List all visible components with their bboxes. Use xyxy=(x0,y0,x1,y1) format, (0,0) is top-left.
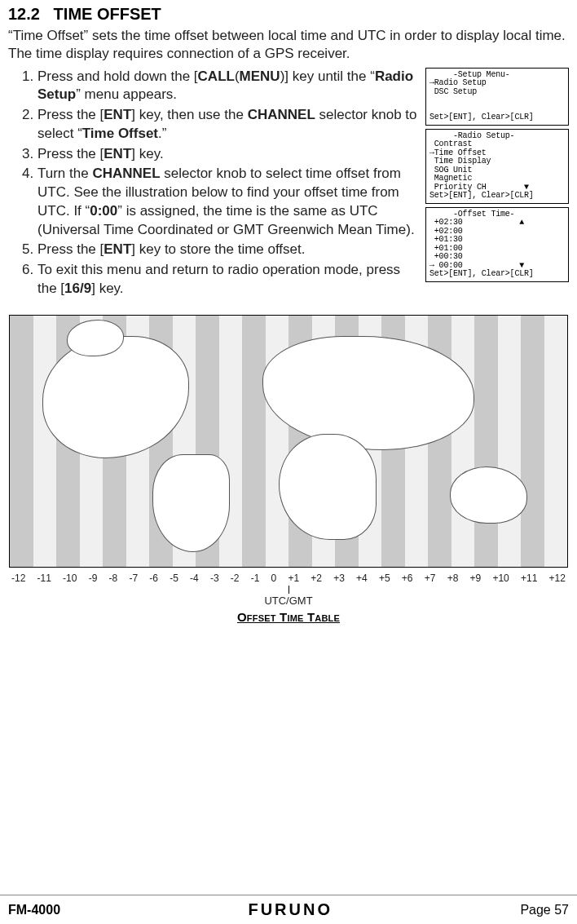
text: ] key, then use the xyxy=(131,107,247,122)
knob-channel: CHANNEL xyxy=(248,107,315,122)
axis-tick: +7 xyxy=(425,573,436,584)
section-number: 12.2 xyxy=(8,5,40,23)
page-footer: FM-4000 FURUNO Page 57 xyxy=(0,895,577,919)
axis-tick: -9 xyxy=(89,573,98,584)
footer-brand-logo: FURUNO xyxy=(248,900,333,919)
text: ] key until the “ xyxy=(284,69,375,84)
section-title-text: TIME OFFSET xyxy=(54,5,161,23)
axis-tick: -3 xyxy=(210,573,219,584)
axis-tick: +3 xyxy=(333,573,345,584)
key-ent: ENT xyxy=(104,241,131,257)
text: Press and hold down the [ xyxy=(37,69,198,84)
text: ” menu appears. xyxy=(76,86,177,102)
text: Press the [ xyxy=(37,146,104,161)
steps-column: Press and hold down the [CALL(MENU)] key… xyxy=(8,68,419,300)
manual-page: 12.2 TIME OFFSET “Time Offset” sets the … xyxy=(0,0,577,924)
axis-tick: -7 xyxy=(129,573,138,584)
timezone-axis: -12 -11 -10 -9 -8 -7 -6 -5 -4 -3 -2 -1 0… xyxy=(8,573,569,584)
axis-tick: +8 xyxy=(447,573,459,584)
axis-tick: 0 xyxy=(271,573,277,584)
step-6: To exit this menu and return to radio op… xyxy=(37,261,419,298)
axis-tick: +1 xyxy=(288,573,299,584)
axis-tick: +10 xyxy=(492,573,509,584)
section-heading: 12.2 TIME OFFSET xyxy=(8,5,569,24)
map-continents xyxy=(10,316,567,567)
axis-tick: -5 xyxy=(170,573,178,584)
axis-tick: -2 xyxy=(231,573,240,584)
lcd-screens-column: -Setup Menu- →Radio Setup DSC Setup Set>… xyxy=(425,68,569,300)
utc-gmt-marker: UTC/GMT xyxy=(8,586,569,607)
text: ] key. xyxy=(91,281,123,296)
key-menu: MENU xyxy=(240,69,280,84)
steps-list: Press and hold down the [CALL(MENU)] key… xyxy=(20,68,419,298)
axis-tick: +9 xyxy=(470,573,482,584)
lcd-radio-setup: -Radio Setup- Contrast →Time Offset Time… xyxy=(425,129,569,204)
axis-tick: +11 xyxy=(521,573,537,584)
footer-page-number: Page 57 xyxy=(520,903,569,917)
key-ent: ENT xyxy=(104,146,131,161)
text: Press the [ xyxy=(37,241,104,257)
utc-label: UTC/GMT xyxy=(264,595,312,607)
map-caption: Offset Time Table xyxy=(8,610,569,624)
offset-time-map xyxy=(9,315,568,568)
text: Turn the xyxy=(37,166,92,181)
axis-tick: +2 xyxy=(311,573,322,584)
text: ] key. xyxy=(131,146,163,161)
menu-time-offset: Time Offset xyxy=(82,126,158,141)
key-16-9: 16/9 xyxy=(64,281,91,296)
axis-tick: +6 xyxy=(402,573,413,584)
axis-tick: -10 xyxy=(63,573,77,584)
axis-tick: -6 xyxy=(149,573,158,584)
step-5: Press the [ENT] key to store the time of… xyxy=(37,241,419,259)
axis-tick: -1 xyxy=(251,573,260,584)
axis-tick: +4 xyxy=(356,573,368,584)
step-1: Press and hold down the [CALL(MENU)] key… xyxy=(37,68,419,105)
value-zero: 0:00 xyxy=(90,203,117,219)
axis-tick: -4 xyxy=(190,573,199,584)
text: Press the [ xyxy=(37,107,104,122)
step-3: Press the [ENT] key. xyxy=(37,145,419,164)
axis-tick: -11 xyxy=(37,573,51,584)
text: ] key to store the time offset. xyxy=(131,241,305,257)
text: .” xyxy=(158,126,166,141)
axis-tick: +5 xyxy=(379,573,390,584)
step-2: Press the [ENT] key, then use the CHANNE… xyxy=(37,106,419,144)
body-row: Press and hold down the [CALL(MENU)] key… xyxy=(8,68,569,300)
knob-channel: CHANNEL xyxy=(92,166,160,181)
axis-tick: +12 xyxy=(549,573,566,584)
lcd-offset-time: -Offset Time- +02:30 ▲ +02:00 +01:30 +01… xyxy=(425,207,569,282)
lcd-setup-menu: -Setup Menu- →Radio Setup DSC Setup Set>… xyxy=(425,68,569,126)
step-4: Turn the CHANNEL selector knob to select… xyxy=(37,165,419,239)
footer-model: FM-4000 xyxy=(8,903,60,917)
axis-tick: -12 xyxy=(11,573,25,584)
key-ent: ENT xyxy=(104,107,131,122)
intro-paragraph: “Time Offset” sets the time offset betwe… xyxy=(8,27,569,63)
key-call: CALL xyxy=(198,69,235,84)
axis-tick: -8 xyxy=(109,573,118,584)
